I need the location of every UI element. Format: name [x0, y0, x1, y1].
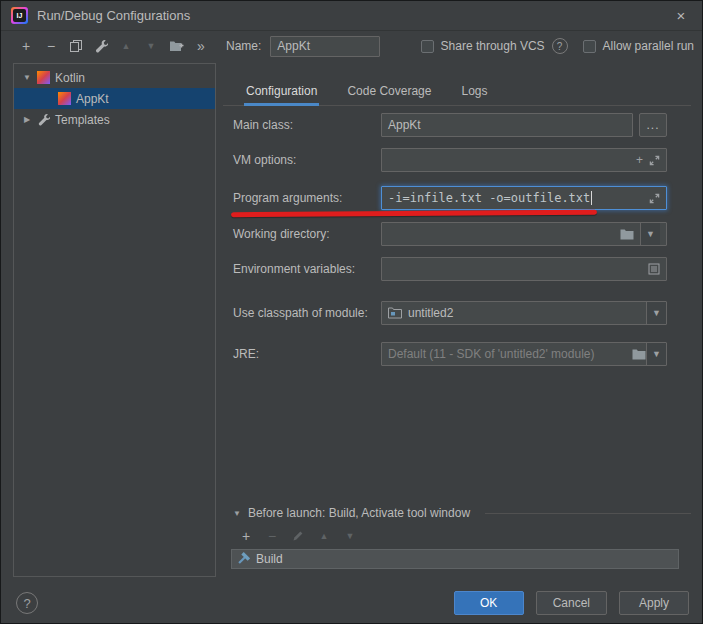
tab-configuration[interactable]: Configuration [244, 77, 319, 105]
tab-logs[interactable]: Logs [459, 77, 489, 105]
jre-select[interactable]: Default (11 - SDK of 'untitled2' module)… [381, 342, 667, 366]
window-title: Run/Debug Configurations [37, 8, 190, 23]
before-launch-add-button[interactable]: + [235, 525, 257, 547]
close-button[interactable]: × [670, 5, 692, 27]
share-vcs-label: Share through VCS [441, 39, 545, 53]
browse-folder-icon[interactable] [620, 229, 634, 240]
before-launch-edit-button[interactable] [287, 525, 309, 547]
jre-dropdown-button[interactable]: ▼ [646, 343, 666, 365]
tab-code-coverage[interactable]: Code Coverage [345, 77, 433, 105]
working-directory-dropdown-button[interactable]: ▼ [640, 223, 660, 245]
tree-item-kotlin[interactable]: ▼ Kotlin [14, 67, 215, 88]
working-directory-label: Working directory: [233, 222, 329, 246]
templates-wrench-icon [37, 113, 50, 126]
module-icon [388, 307, 402, 319]
red-underline-annotation [231, 210, 597, 218]
copy-configuration-button[interactable] [65, 35, 87, 57]
collapse-toggle-icon[interactable]: ▶ [22, 115, 32, 124]
jre-row: JRE: Default (11 - SDK of 'untitled2' mo… [233, 342, 667, 366]
classpath-dropdown-button[interactable]: ▼ [646, 302, 666, 324]
vm-options-row: VM options: + [233, 148, 667, 172]
edit-templates-button[interactable] [90, 35, 112, 57]
share-vcs-group: Share through VCS ? [421, 38, 568, 54]
before-launch-toolbar: + − ▲ ▼ [235, 525, 361, 547]
configurations-tree: ▼ Kotlin AppKt ▶ Templates [13, 63, 216, 577]
before-launch-header: ▼ Before launch: Build, Activate tool wi… [233, 503, 691, 523]
cancel-button[interactable]: Cancel [536, 591, 607, 615]
expand-field-icon[interactable] [649, 193, 660, 204]
footer-bar: ? OK Cancel Apply [1, 590, 689, 616]
before-launch-collapse-icon[interactable]: ▼ [233, 509, 241, 518]
expand-field-icon[interactable] [649, 155, 660, 166]
tab-bar: Configuration Code Coverage Logs [223, 71, 691, 106]
tree-item-appkt[interactable]: AppKt [14, 88, 215, 109]
dropdown-arrow-icon: ▼ [652, 308, 661, 318]
apply-button[interactable]: Apply [619, 591, 689, 615]
name-value: AppKt [277, 39, 310, 53]
ellipsis-icon: ... [646, 118, 659, 132]
intellij-logo-icon: IJ [11, 7, 28, 24]
tree-item-templates[interactable]: ▶ Templates [14, 109, 215, 130]
main-class-input[interactable]: AppKt [381, 113, 633, 137]
vm-options-label: VM options: [233, 148, 296, 172]
program-arguments-input[interactable]: -i=infile.txt -o=outfile.txt [381, 186, 667, 210]
share-vcs-help-icon[interactable]: ? [552, 38, 568, 54]
dropdown-arrow-icon: ▼ [652, 349, 661, 359]
move-down-button[interactable]: ▼ [140, 35, 162, 57]
kotlin-icon [37, 71, 50, 84]
help-icon: ? [23, 596, 30, 611]
before-launch-remove-button[interactable]: − [261, 525, 283, 547]
program-arguments-value: -i=infile.txt -o=outfile.txt [388, 191, 590, 205]
name-input[interactable]: AppKt [270, 36, 379, 57]
vm-options-input[interactable]: + [381, 148, 667, 172]
jre-value: Default (11 - SDK of 'untitled2' module) [388, 347, 594, 361]
create-folder-button[interactable] [165, 35, 187, 57]
title-bar: IJ Run/Debug Configurations × [1, 1, 702, 31]
working-directory-input[interactable]: ▼ [381, 222, 667, 246]
allow-parallel-label: Allow parallel run [603, 39, 694, 53]
edit-variables-icon[interactable] [648, 263, 660, 275]
before-launch-move-up-button[interactable]: ▲ [313, 525, 335, 547]
minus-icon: − [268, 528, 276, 544]
add-configuration-button[interactable]: + [15, 35, 37, 57]
tree-item-label: AppKt [76, 92, 109, 106]
classpath-module-label: Use classpath of module: [233, 301, 368, 325]
name-label: Name: [226, 39, 261, 53]
expand-toggle-icon[interactable]: ▼ [22, 73, 32, 82]
pencil-icon [292, 530, 304, 542]
ok-button[interactable]: OK [454, 591, 524, 615]
more-actions-button[interactable]: » [190, 35, 212, 57]
working-directory-row: Working directory: ▼ [233, 222, 667, 246]
before-launch-task-build[interactable]: Build [231, 549, 679, 569]
tree-item-label: Kotlin [55, 71, 85, 85]
main-class-browse-button[interactable]: ... [639, 113, 667, 137]
insert-macro-icon[interactable]: + [636, 153, 643, 167]
program-arguments-row: Program arguments: -i=infile.txt -o=outf… [233, 186, 667, 210]
move-up-button[interactable]: ▲ [115, 35, 137, 57]
allow-parallel-checkbox[interactable] [583, 40, 596, 53]
allow-parallel-group: Allow parallel run [583, 39, 694, 53]
environment-variables-input[interactable] [381, 257, 667, 281]
help-button[interactable]: ? [16, 592, 38, 614]
classpath-module-select[interactable]: untitled2 ▼ [381, 301, 667, 325]
build-hammer-icon [236, 552, 250, 566]
classpath-module-value: untitled2 [408, 306, 453, 320]
browse-folder-icon[interactable] [632, 349, 646, 360]
remove-configuration-button[interactable]: − [40, 35, 62, 57]
copy-icon [69, 39, 83, 53]
before-launch-title: Before launch: Build, Activate tool wind… [248, 506, 470, 520]
plus-icon: + [242, 528, 250, 544]
move-up-icon: ▲ [320, 531, 329, 541]
configurations-toolbar: + − ▲ ▼ » Name: AppKt Share through VCS … [15, 32, 694, 60]
tree-item-label: Templates [55, 113, 110, 127]
program-arguments-label: Program arguments: [233, 186, 342, 210]
classpath-module-row: Use classpath of module: untitled2 ▼ [233, 301, 667, 325]
text-cursor [591, 191, 592, 205]
before-launch-move-down-button[interactable]: ▼ [339, 525, 361, 547]
task-label: Build [256, 552, 283, 566]
separator-line [485, 513, 691, 514]
move-down-icon: ▼ [346, 531, 355, 541]
chevron-more-icon: » [197, 38, 205, 54]
environment-variables-row: Environment variables: [233, 257, 667, 281]
share-vcs-checkbox[interactable] [421, 40, 434, 53]
